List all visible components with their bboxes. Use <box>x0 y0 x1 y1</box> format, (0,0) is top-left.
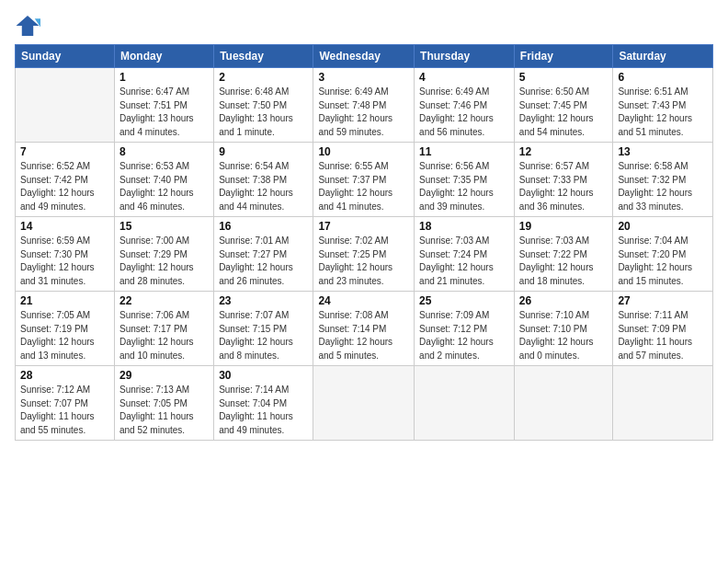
calendar-table: SundayMondayTuesdayWednesdayThursdayFrid… <box>15 44 713 441</box>
day-cell <box>16 68 115 143</box>
day-cell: 1Sunrise: 6:47 AM Sunset: 7:51 PM Daylig… <box>114 68 213 143</box>
day-cell: 24Sunrise: 7:08 AM Sunset: 7:14 PM Dayli… <box>313 292 415 366</box>
day-cell: 15Sunrise: 7:00 AM Sunset: 7:29 PM Dayli… <box>114 217 213 292</box>
day-cell: 5Sunrise: 6:50 AM Sunset: 7:45 PM Daylig… <box>514 68 613 143</box>
day-info: Sunrise: 7:11 AM Sunset: 7:09 PM Dayligh… <box>618 309 708 362</box>
day-cell: 13Sunrise: 6:58 AM Sunset: 7:32 PM Dayli… <box>613 143 713 217</box>
day-cell: 9Sunrise: 6:54 AM Sunset: 7:38 PM Daylig… <box>214 143 313 217</box>
day-header-friday: Friday <box>514 45 613 68</box>
day-cell: 3Sunrise: 6:49 AM Sunset: 7:48 PM Daylig… <box>313 68 415 143</box>
day-number: 7 <box>20 145 109 158</box>
day-info: Sunrise: 6:54 AM Sunset: 7:38 PM Dayligh… <box>219 160 308 213</box>
day-header-wednesday: Wednesday <box>313 45 415 68</box>
day-cell <box>613 366 713 441</box>
header <box>15 9 713 39</box>
day-info: Sunrise: 7:03 AM Sunset: 7:24 PM Dayligh… <box>419 235 509 288</box>
day-cell: 17Sunrise: 7:02 AM Sunset: 7:25 PM Dayli… <box>313 217 415 292</box>
day-info: Sunrise: 6:49 AM Sunset: 7:48 PM Dayligh… <box>318 86 409 139</box>
day-info: Sunrise: 7:09 AM Sunset: 7:12 PM Dayligh… <box>419 309 509 362</box>
day-cell: 26Sunrise: 7:10 AM Sunset: 7:10 PM Dayli… <box>514 292 613 366</box>
day-info: Sunrise: 7:10 AM Sunset: 7:10 PM Dayligh… <box>519 309 609 362</box>
day-number: 28 <box>20 369 109 382</box>
day-cell: 29Sunrise: 7:13 AM Sunset: 7:05 PM Dayli… <box>114 366 213 441</box>
day-info: Sunrise: 7:07 AM Sunset: 7:15 PM Dayligh… <box>219 309 308 362</box>
day-cell: 25Sunrise: 7:09 AM Sunset: 7:12 PM Dayli… <box>415 292 515 366</box>
day-info: Sunrise: 6:51 AM Sunset: 7:43 PM Dayligh… <box>618 86 708 139</box>
day-number: 12 <box>519 145 609 158</box>
day-info: Sunrise: 7:03 AM Sunset: 7:22 PM Dayligh… <box>519 235 609 288</box>
day-number: 6 <box>618 71 708 84</box>
day-cell: 2Sunrise: 6:48 AM Sunset: 7:50 PM Daylig… <box>214 68 313 143</box>
day-cell: 27Sunrise: 7:11 AM Sunset: 7:09 PM Dayli… <box>613 292 713 366</box>
day-number: 18 <box>419 220 509 233</box>
day-header-tuesday: Tuesday <box>214 45 313 68</box>
day-info: Sunrise: 7:02 AM Sunset: 7:25 PM Dayligh… <box>318 235 409 288</box>
day-info: Sunrise: 7:05 AM Sunset: 7:19 PM Dayligh… <box>20 309 109 362</box>
day-cell: 10Sunrise: 6:55 AM Sunset: 7:37 PM Dayli… <box>313 143 415 217</box>
day-cell <box>313 366 415 441</box>
day-cell: 6Sunrise: 6:51 AM Sunset: 7:43 PM Daylig… <box>613 68 713 143</box>
day-info: Sunrise: 6:48 AM Sunset: 7:50 PM Dayligh… <box>219 86 308 139</box>
day-cell: 19Sunrise: 7:03 AM Sunset: 7:22 PM Dayli… <box>514 217 613 292</box>
day-info: Sunrise: 6:49 AM Sunset: 7:46 PM Dayligh… <box>419 86 509 139</box>
day-number: 10 <box>318 145 409 158</box>
day-info: Sunrise: 6:58 AM Sunset: 7:32 PM Dayligh… <box>618 160 708 213</box>
day-cell: 21Sunrise: 7:05 AM Sunset: 7:19 PM Dayli… <box>16 292 115 366</box>
day-number: 15 <box>119 220 209 233</box>
day-info: Sunrise: 7:06 AM Sunset: 7:17 PM Dayligh… <box>119 309 209 362</box>
day-number: 4 <box>419 71 509 84</box>
logo-icon <box>15 13 40 39</box>
page-container: SundayMondayTuesdayWednesdayThursdayFrid… <box>0 0 728 448</box>
week-row-2: 7Sunrise: 6:52 AM Sunset: 7:42 PM Daylig… <box>16 143 713 217</box>
day-cell: 16Sunrise: 7:01 AM Sunset: 7:27 PM Dayli… <box>214 217 313 292</box>
day-number: 5 <box>519 71 609 84</box>
day-cell: 12Sunrise: 6:57 AM Sunset: 7:33 PM Dayli… <box>514 143 613 217</box>
day-info: Sunrise: 7:01 AM Sunset: 7:27 PM Dayligh… <box>219 235 308 288</box>
day-header-thursday: Thursday <box>415 45 515 68</box>
day-number: 3 <box>318 71 409 84</box>
day-cell: 30Sunrise: 7:14 AM Sunset: 7:04 PM Dayli… <box>214 366 313 441</box>
week-row-4: 21Sunrise: 7:05 AM Sunset: 7:19 PM Dayli… <box>16 292 713 366</box>
day-info: Sunrise: 7:00 AM Sunset: 7:29 PM Dayligh… <box>119 235 209 288</box>
day-number: 26 <box>519 294 609 307</box>
day-number: 19 <box>519 220 609 233</box>
day-number: 25 <box>419 294 509 307</box>
day-number: 20 <box>618 220 708 233</box>
day-info: Sunrise: 6:59 AM Sunset: 7:30 PM Dayligh… <box>20 235 109 288</box>
day-cell: 11Sunrise: 6:56 AM Sunset: 7:35 PM Dayli… <box>415 143 515 217</box>
day-number: 22 <box>119 294 209 307</box>
day-cell <box>415 366 515 441</box>
day-info: Sunrise: 7:14 AM Sunset: 7:04 PM Dayligh… <box>219 384 308 437</box>
day-info: Sunrise: 7:08 AM Sunset: 7:14 PM Dayligh… <box>318 309 409 362</box>
day-cell: 22Sunrise: 7:06 AM Sunset: 7:17 PM Dayli… <box>114 292 213 366</box>
week-row-5: 28Sunrise: 7:12 AM Sunset: 7:07 PM Dayli… <box>16 366 713 441</box>
days-header-row: SundayMondayTuesdayWednesdayThursdayFrid… <box>16 45 713 68</box>
day-cell: 14Sunrise: 6:59 AM Sunset: 7:30 PM Dayli… <box>16 217 115 292</box>
week-row-1: 1Sunrise: 6:47 AM Sunset: 7:51 PM Daylig… <box>16 68 713 143</box>
day-info: Sunrise: 7:13 AM Sunset: 7:05 PM Dayligh… <box>119 384 209 437</box>
day-number: 21 <box>20 294 109 307</box>
day-info: Sunrise: 6:53 AM Sunset: 7:40 PM Dayligh… <box>119 160 209 213</box>
day-number: 30 <box>219 369 308 382</box>
day-number: 14 <box>20 220 109 233</box>
day-cell: 8Sunrise: 6:53 AM Sunset: 7:40 PM Daylig… <box>114 143 213 217</box>
day-cell: 23Sunrise: 7:07 AM Sunset: 7:15 PM Dayli… <box>214 292 313 366</box>
day-cell: 4Sunrise: 6:49 AM Sunset: 7:46 PM Daylig… <box>415 68 515 143</box>
day-number: 23 <box>219 294 308 307</box>
day-number: 17 <box>318 220 409 233</box>
day-number: 13 <box>618 145 708 158</box>
day-cell <box>514 366 613 441</box>
day-number: 8 <box>119 145 209 158</box>
day-header-sunday: Sunday <box>16 45 115 68</box>
day-number: 29 <box>119 369 209 382</box>
day-number: 9 <box>219 145 308 158</box>
day-info: Sunrise: 6:52 AM Sunset: 7:42 PM Dayligh… <box>20 160 109 213</box>
day-number: 11 <box>419 145 509 158</box>
day-number: 1 <box>119 71 209 84</box>
day-info: Sunrise: 6:57 AM Sunset: 7:33 PM Dayligh… <box>519 160 609 213</box>
day-info: Sunrise: 6:47 AM Sunset: 7:51 PM Dayligh… <box>119 86 209 139</box>
week-row-3: 14Sunrise: 6:59 AM Sunset: 7:30 PM Dayli… <box>16 217 713 292</box>
day-header-saturday: Saturday <box>613 45 713 68</box>
day-info: Sunrise: 6:50 AM Sunset: 7:45 PM Dayligh… <box>519 86 609 139</box>
day-info: Sunrise: 6:56 AM Sunset: 7:35 PM Dayligh… <box>419 160 509 213</box>
